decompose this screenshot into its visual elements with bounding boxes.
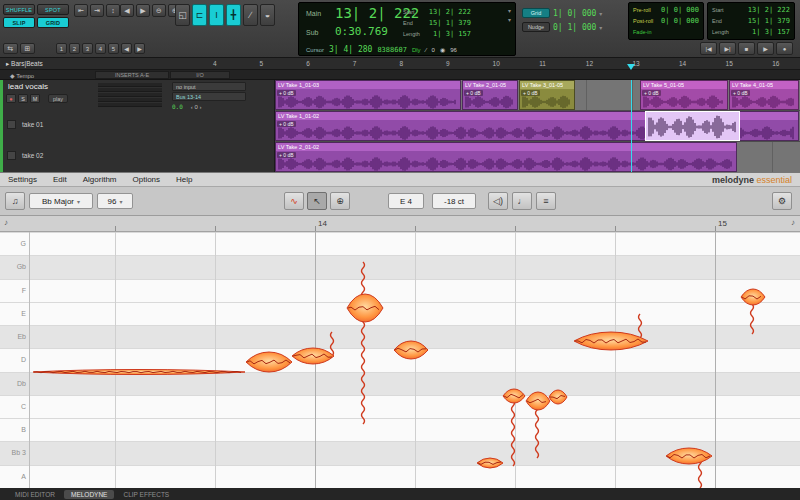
- toolbar-icon[interactable]: ⇆: [3, 43, 18, 54]
- pitch-ruler[interactable]: GGbFEEbDDbCBBb 3A: [0, 232, 30, 488]
- toolbar-icon[interactable]: ⇤: [74, 4, 88, 17]
- toolbar-icon[interactable]: ↕: [106, 4, 120, 17]
- menu-algorithm[interactable]: Algorithm: [75, 175, 125, 184]
- toolbar-icon[interactable]: ⊞: [20, 43, 35, 54]
- menu-settings[interactable]: Settings: [0, 175, 45, 184]
- transport-button[interactable]: |◀: [700, 42, 717, 55]
- audio-clip[interactable]: LV Take 1_01-03+ 0 dB: [275, 80, 461, 110]
- melodyne-monitor-icon[interactable]: ◁): [488, 192, 508, 210]
- zoom-icon[interactable]: ▶: [136, 4, 150, 17]
- pan-value[interactable]: ‹ 0 ›: [191, 104, 202, 110]
- transport-button[interactable]: ▶|: [719, 42, 736, 55]
- zoom-icon[interactable]: ◀: [120, 4, 134, 17]
- audio-clip[interactable]: LV Take 4_01-05+ 0 dB: [729, 80, 799, 110]
- transport-button[interactable]: ■: [738, 42, 755, 55]
- note-blob[interactable]: [292, 348, 334, 364]
- key-selector[interactable]: Bb Major ▾: [29, 193, 93, 209]
- chevron-down-icon[interactable]: ▾: [508, 7, 511, 14]
- record-enable-button[interactable]: ●: [6, 94, 16, 103]
- grid-value[interactable]: 1| 0| 000: [553, 9, 596, 18]
- memory-arrow-icon[interactable]: ▶: [134, 43, 145, 54]
- audio-clip[interactable]: LV Take 3_01-05+ 0 dB: [519, 80, 575, 110]
- note-blob[interactable]: [741, 289, 765, 305]
- mode-grid[interactable]: GRID: [37, 17, 69, 28]
- melodyne-tool-icon[interactable]: ∿: [284, 192, 304, 210]
- edit-tool-icon[interactable]: I: [209, 4, 224, 26]
- delay-indicator[interactable]: Dly: [412, 47, 421, 53]
- bars-beats-ruler[interactable]: ▸ Bars|Beats 45678910111213141516: [0, 58, 800, 70]
- edit-tool-icon[interactable]: ╋: [226, 4, 241, 26]
- edit-tool-icon[interactable]: ◱: [175, 4, 190, 26]
- volume-value[interactable]: 0.0: [172, 103, 183, 110]
- note-value-icon[interactable]: ♪: [791, 218, 795, 227]
- insert-slot[interactable]: [98, 93, 162, 97]
- memory-location-4[interactable]: 4: [95, 43, 106, 54]
- memory-location-1[interactable]: 1: [56, 43, 67, 54]
- menu-options[interactable]: Options: [125, 175, 169, 184]
- memory-location-5[interactable]: 5: [108, 43, 119, 54]
- edit-tool-icon[interactable]: ⊏: [192, 4, 207, 26]
- edit-tool-icon[interactable]: ∕: [243, 4, 258, 26]
- chevron-down-icon[interactable]: ▾: [508, 16, 511, 23]
- tab-melodyne[interactable]: MELODYNE: [64, 490, 114, 499]
- menu-edit[interactable]: Edit: [45, 175, 75, 184]
- target-icon[interactable]: ◉: [440, 46, 445, 53]
- io-header[interactable]: I/O: [170, 71, 230, 79]
- melodyne-note-editor[interactable]: GGbFEEbDDbCBBb 3A: [0, 232, 800, 488]
- toolbar-icon[interactable]: ⇥: [90, 4, 104, 17]
- tempo-box[interactable]: 96 ▾: [97, 193, 133, 209]
- take-lane-button[interactable]: [7, 120, 16, 129]
- note-blob[interactable]: [574, 332, 648, 350]
- mode-slip[interactable]: SLIP: [3, 17, 35, 28]
- insert-slot[interactable]: [98, 98, 162, 102]
- solo-button[interactable]: S: [18, 94, 28, 103]
- transport-button[interactable]: ●: [776, 42, 793, 55]
- pencil-icon[interactable]: ∕: [426, 47, 427, 53]
- inserts-header[interactable]: INSERTS A-E: [95, 71, 169, 79]
- take-lane-label[interactable]: take 01: [22, 121, 43, 128]
- tab-midi-editor[interactable]: MIDI EDITOR: [8, 490, 62, 499]
- insert-slot[interactable]: [98, 83, 162, 87]
- track-name[interactable]: lead vocals: [8, 82, 48, 91]
- nudge-value[interactable]: 0| 1| 000: [553, 23, 596, 32]
- memory-arrow-icon[interactable]: ◀: [121, 43, 132, 54]
- collapse-icon[interactable]: ▸: [6, 60, 9, 67]
- melodyne-tool-icon[interactable]: ↖: [307, 192, 327, 210]
- selected-clip-region[interactable]: [645, 111, 740, 141]
- audio-clip[interactable]: LV Take 2_01-02+ 0 dB: [275, 142, 737, 172]
- clip-name-text: LV Take 2_01-05: [465, 82, 506, 88]
- track-view-selector[interactable]: play: [48, 94, 68, 103]
- insert-slot[interactable]: [98, 103, 162, 107]
- chevron-down-icon[interactable]: ▾: [599, 10, 602, 17]
- note-blob[interactable]: [246, 352, 292, 372]
- zoom-icon[interactable]: ⊖: [152, 4, 166, 17]
- output-selector[interactable]: Bus 13-14: [172, 92, 246, 101]
- take-lane-label[interactable]: take 02: [22, 152, 43, 159]
- edit-tool-icon[interactable]: ◒: [260, 4, 275, 26]
- take-lane-button[interactable]: [7, 151, 16, 160]
- insert-slot[interactable]: [98, 88, 162, 92]
- sub-counter-value[interactable]: 0:30.769: [335, 25, 388, 38]
- melodyne-tool-icon[interactable]: ⊕: [330, 192, 350, 210]
- audio-clip[interactable]: LV Take 2_01-05+ 0 dB: [462, 80, 518, 110]
- memory-location-3[interactable]: 3: [82, 43, 93, 54]
- melodyne-monitor-icon[interactable]: ≡: [536, 192, 556, 210]
- melodyne-time-ruler[interactable]: ♪ ♪ 1415: [0, 216, 800, 232]
- grid-mode-chip[interactable]: Grid: [522, 8, 550, 18]
- note-blob[interactable]: [394, 341, 428, 359]
- memory-location-2[interactable]: 2: [69, 43, 80, 54]
- input-selector[interactable]: no input: [172, 82, 246, 91]
- gear-icon[interactable]: ⚙: [772, 192, 792, 210]
- note-blob[interactable]: [526, 392, 550, 410]
- note-display-toggle[interactable]: ♫: [5, 192, 25, 210]
- tab-clip-effects[interactable]: CLIP EFFECTS: [116, 490, 176, 499]
- melodyne-monitor-icon[interactable]: ♩: [512, 192, 532, 210]
- audio-clip[interactable]: LV Take 5_01-05+ 0 dB: [640, 80, 728, 110]
- nudge-chip[interactable]: Nudge: [522, 22, 550, 32]
- chevron-down-icon[interactable]: ▾: [599, 24, 602, 31]
- transport-button[interactable]: ▶: [757, 42, 774, 55]
- mode-spot[interactable]: SPOT: [37, 4, 69, 15]
- menu-help[interactable]: Help: [168, 175, 200, 184]
- mode-shuffle[interactable]: SHUFFLE: [3, 4, 35, 15]
- mute-button[interactable]: M: [30, 94, 40, 103]
